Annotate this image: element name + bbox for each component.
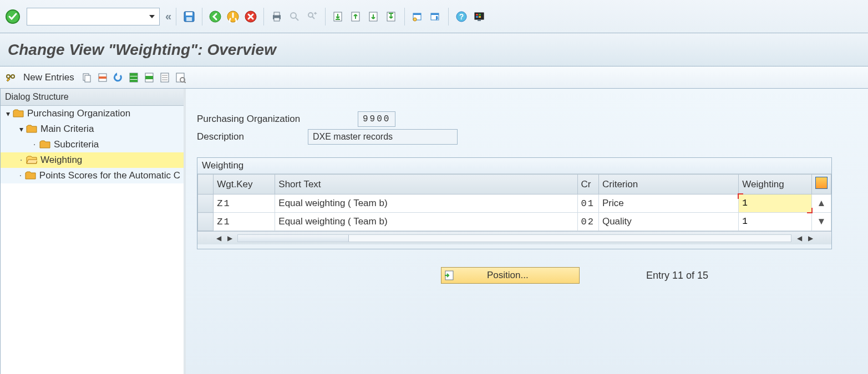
- svg-rect-36: [130, 73, 138, 76]
- dialog-structure-tree: ▾ Purchasing Organization▾ Main Criteria…: [1, 106, 184, 374]
- cell-criterion[interactable]: Quality: [598, 213, 738, 231]
- cell-cr[interactable]: 01: [577, 194, 598, 213]
- tree-node-label: Points Scores for the Automatic C: [39, 170, 180, 181]
- exit-button[interactable]: [225, 8, 241, 25]
- find-button[interactable]: [286, 8, 303, 25]
- cell-criterion[interactable]: Price: [598, 194, 738, 213]
- command-field[interactable]: [27, 8, 160, 25]
- print-table-button[interactable]: [173, 70, 187, 85]
- row-selector[interactable]: [198, 213, 214, 231]
- scroll-left-button[interactable]: ◀: [213, 233, 224, 244]
- tree-toggle-icon[interactable]: ▾: [4, 109, 12, 118]
- col-criterion[interactable]: Criterion: [598, 175, 738, 194]
- weighting-table-group: Weighting Wgt.Key Short Text Cr Criterio…: [197, 157, 832, 249]
- description-label: Description: [197, 131, 308, 142]
- save-button[interactable]: [181, 8, 197, 25]
- col-cr[interactable]: Cr: [577, 175, 598, 194]
- cell-cr[interactable]: 02: [577, 213, 598, 231]
- svg-rect-20: [431, 13, 439, 15]
- separator: [325, 8, 326, 25]
- scroll-right-end-button[interactable]: ▶: [805, 233, 816, 244]
- svg-point-10: [291, 13, 296, 18]
- folder-icon: [39, 140, 50, 149]
- svg-text:?: ?: [459, 12, 464, 21]
- svg-rect-38: [130, 80, 138, 82]
- collapse-command-field-icon[interactable]: «: [163, 10, 171, 23]
- svg-rect-3: [186, 17, 192, 21]
- col-wgtkey[interactable]: Wgt.Key: [214, 175, 275, 194]
- find-next-button[interactable]: [304, 8, 321, 25]
- weighting-input[interactable]: [742, 197, 808, 210]
- first-page-button[interactable]: [330, 8, 347, 25]
- tree-node[interactable]: · Points Scores for the Automatic C: [1, 168, 184, 183]
- select-block-button[interactable]: [142, 70, 156, 85]
- tree-toggle-icon[interactable]: ▾: [17, 125, 25, 134]
- new-entries-button[interactable]: New Entries: [19, 70, 79, 85]
- row-selector[interactable]: [198, 194, 214, 213]
- scroll-thumb[interactable]: [238, 235, 349, 242]
- svg-rect-8: [274, 12, 280, 16]
- table-vscroll-button[interactable]: ▼: [811, 213, 831, 231]
- table-horizontal-scrollbar[interactable]: ◀ ▶ ◀ ▶: [197, 231, 831, 244]
- generate-shortcut-button[interactable]: [427, 8, 444, 25]
- back-button[interactable]: [207, 8, 224, 25]
- next-page-button[interactable]: [366, 8, 382, 25]
- cell-wgtkey[interactable]: Z1: [214, 213, 275, 231]
- svg-rect-17: [413, 13, 421, 15]
- col-shorttext[interactable]: Short Text: [275, 175, 577, 194]
- separator: [202, 8, 202, 25]
- svg-point-29: [7, 75, 10, 78]
- separator: [448, 8, 449, 25]
- copy-as-button[interactable]: [80, 70, 94, 85]
- position-icon: [444, 269, 456, 281]
- separator: [176, 8, 176, 25]
- entry-counter: Entry 11 of 15: [646, 270, 708, 281]
- cell-weighting[interactable]: [739, 213, 811, 231]
- purch-org-label: Purchasing Organization: [197, 114, 358, 125]
- tree-node[interactable]: · Weighting: [1, 152, 184, 168]
- help-button[interactable]: ?: [453, 8, 470, 25]
- svg-rect-2: [186, 12, 192, 16]
- description-value: DXE master records: [308, 129, 458, 145]
- customize-layout-button[interactable]: [471, 8, 488, 25]
- table-settings-icon: [815, 177, 828, 189]
- row-selector-header[interactable]: [198, 175, 214, 194]
- cell-weighting[interactable]: [739, 194, 811, 213]
- tree-node[interactable]: ▾ Purchasing Organization: [1, 106, 184, 121]
- col-weighting[interactable]: Weighting: [739, 175, 811, 194]
- deselect-all-button[interactable]: [158, 70, 172, 85]
- create-session-button[interactable]: [409, 8, 426, 25]
- enter-button[interactable]: [3, 7, 22, 26]
- cell-shorttext[interactable]: Equal weighting ( Team b): [275, 213, 577, 231]
- page-title-bar: Change View "Weighting": Overview: [0, 33, 868, 66]
- undo-button[interactable]: [111, 70, 125, 85]
- scroll-left-end-button[interactable]: ◀: [794, 233, 805, 244]
- delete-button[interactable]: [95, 70, 110, 85]
- toggle-display-change-button[interactable]: [3, 70, 18, 85]
- dialog-structure-header: Dialog Structure: [1, 89, 184, 106]
- weighting-input[interactable]: [742, 215, 808, 228]
- tree-node[interactable]: · Subcriteria: [1, 137, 184, 152]
- svg-point-30: [11, 75, 14, 78]
- table-vscroll-button[interactable]: ▲: [811, 194, 831, 213]
- prev-page-button[interactable]: [348, 8, 364, 25]
- configure-columns-button[interactable]: [811, 175, 831, 194]
- scroll-track[interactable]: [237, 234, 791, 242]
- tree-bullet-icon: ·: [31, 139, 38, 150]
- tree-bullet-icon: ·: [17, 155, 25, 166]
- cell-wgtkey[interactable]: Z1: [214, 194, 275, 213]
- print-button[interactable]: [268, 8, 285, 25]
- folder-icon: [26, 156, 37, 165]
- last-page-button[interactable]: [383, 8, 400, 25]
- cell-shorttext[interactable]: Equal weighting ( Team b): [275, 194, 577, 213]
- purch-org-value: 9900: [358, 111, 395, 127]
- page-title: Change View "Weighting": Overview: [8, 41, 276, 59]
- system-toolbar: « ?: [0, 0, 868, 33]
- select-all-button[interactable]: [126, 70, 141, 85]
- position-button[interactable]: Position...: [441, 267, 580, 284]
- scroll-right-button[interactable]: ▶: [224, 233, 235, 244]
- cancel-button[interactable]: [242, 8, 259, 25]
- tree-node-label: Weighting: [40, 155, 82, 166]
- tree-node[interactable]: ▾ Main Criteria: [1, 121, 184, 137]
- table-row: Z1Equal weighting ( Team b)01Price▲: [198, 194, 831, 213]
